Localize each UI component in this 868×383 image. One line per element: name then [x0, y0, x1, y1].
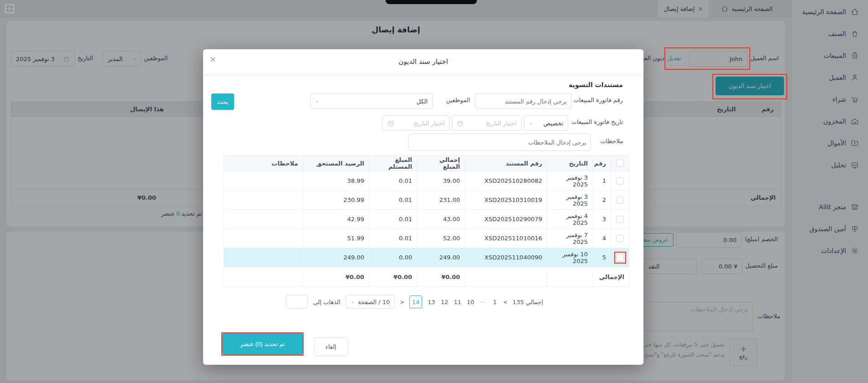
cell-num: 1: [593, 171, 611, 191]
confirm-selected-button[interactable]: تم تحديد (0) عنصر: [222, 333, 303, 355]
date-mode-value: تخصيص: [544, 120, 563, 127]
cell-doc: XSD202510310019: [465, 191, 547, 210]
table-row: 13 نوفمبر 2025XSD20251028008239.000.0138…: [224, 171, 629, 191]
annotation-box-customer: [664, 47, 750, 70]
cell-balance: 230.99: [303, 191, 369, 210]
cell-notes: [224, 171, 303, 191]
date-mode-select[interactable]: تخصيص ∨: [524, 115, 568, 131]
cell-date: 3 نوفمبر 2025: [547, 171, 593, 191]
cell-total: 249.00: [417, 248, 465, 267]
invoice-number-label: رقم فاتورة المبيعات: [574, 97, 623, 104]
page-number[interactable]: 10: [467, 299, 475, 305]
cell-date: 7 نوفمبر 2025: [547, 229, 593, 248]
row-checkbox[interactable]: [617, 197, 624, 204]
cell-balance: 42.99: [303, 210, 369, 229]
date-placeholder: اختيار التاريخ: [413, 120, 444, 127]
pagination: إجمالي 135 > 1⋯1011121314 < 10 / الصفحة …: [224, 295, 543, 309]
pagination-total: إجمالي 135: [512, 299, 543, 305]
table-row: 34 نوفمبر 2025XSD20251029007943.000.0142…: [224, 210, 629, 229]
page-number[interactable]: 11: [454, 299, 461, 305]
cell-total: 43.00: [417, 210, 465, 229]
page-number[interactable]: 12: [441, 299, 449, 305]
calendar-icon: [387, 120, 394, 127]
row-checkbox[interactable]: [617, 254, 624, 261]
row-checkbox[interactable]: [617, 235, 624, 242]
cell-doc: XSD202511010016: [465, 229, 547, 248]
select-debt-voucher-modal: اختيار سند الديون × مستندات التسوية رقم …: [203, 49, 643, 365]
cell-doc: XSD202511040090: [465, 248, 547, 267]
cell-total: 52.00: [417, 229, 465, 248]
invoice-number-field[interactable]: [480, 98, 567, 105]
employees-filter-value: الكل: [416, 98, 428, 105]
prev-page-icon[interactable]: <: [400, 299, 404, 305]
search-button[interactable]: بحث: [211, 93, 234, 110]
cell-balance: 249.00: [303, 248, 369, 267]
totals-balance: ¥0.00: [303, 267, 369, 287]
chevron-down-icon: ∨: [529, 121, 532, 125]
table-row: 510 نوفمبر 2025XSD202511040090249.000.00…: [224, 248, 629, 267]
cell-num: 4: [593, 229, 611, 248]
totals-total: ¥0.00: [417, 267, 465, 287]
cell-date: 4 نوفمبر 2025: [547, 210, 593, 229]
cell-num: 5: [593, 248, 611, 267]
modal-notes-field[interactable]: [413, 139, 586, 146]
modal-employees-select[interactable]: الكل ∨: [310, 93, 433, 109]
table-row: 47 نوفمبر 2025XSD20251101001652.000.0151…: [224, 229, 629, 248]
row-checkbox[interactable]: [617, 216, 624, 223]
cancel-button[interactable]: إلغاء: [314, 337, 348, 356]
cell-num: 3: [593, 210, 611, 229]
table-column-header: رقم: [593, 155, 611, 171]
table-column-header: التاريخ: [547, 155, 593, 171]
settlement-doc-section-title: مستندات التسوية: [569, 81, 623, 88]
cell-notes: [224, 248, 303, 267]
cell-total: 39.00: [417, 171, 465, 191]
close-icon[interactable]: ×: [209, 55, 216, 63]
annotation-box-select-debt: [712, 74, 787, 99]
modal-title: اختيار سند الديون: [203, 57, 643, 66]
cell-balance: 38.99: [303, 171, 369, 191]
page-ellipsis: ⋯: [480, 299, 486, 305]
page-number[interactable]: 1: [492, 299, 498, 305]
date-from-picker[interactable]: اختيار التاريخ: [452, 115, 522, 131]
cell-notes: [224, 191, 303, 210]
cell-date: 3 نوفمبر 2025: [547, 191, 593, 210]
cell-received: 0.01: [369, 210, 417, 229]
table-column-header: الرصيد المستحق: [303, 155, 369, 171]
invoice-number-input[interactable]: [475, 93, 572, 109]
modal-notes-label: ملاحظات: [600, 138, 623, 145]
pagination-pages: 1⋯1011121314: [409, 295, 498, 308]
cell-notes: [224, 210, 303, 229]
modal-header-divider: [203, 74, 643, 74]
cell-num: 2: [593, 191, 611, 210]
cell-doc: XSD202510290079: [465, 210, 547, 229]
page-size-select[interactable]: 10 / الصفحة ∨: [346, 295, 395, 309]
next-page-icon[interactable]: >: [503, 299, 507, 305]
modal-notes-input[interactable]: [408, 134, 591, 151]
annotation-box-confirm: تم تحديد (0) عنصر: [221, 332, 303, 356]
cell-received: 0.01: [369, 229, 417, 248]
modal-table: رقمالتاريخرقم المستندإجمالي المبلغالمبلغ…: [224, 155, 629, 287]
page-number[interactable]: 13: [428, 299, 435, 305]
table-totals-row: الإجمالي¥0.00¥0.00¥0.00: [224, 267, 629, 287]
date-to-picker[interactable]: اختيار التاريخ: [382, 115, 450, 131]
table-row: 23 نوفمبر 2025XSD202510310019231.000.012…: [224, 191, 629, 210]
totals-label: الإجمالي: [593, 267, 629, 287]
invoice-date-label: تاريخ فاتورة المبيعات: [571, 119, 623, 125]
debt-voucher-table: رقمالتاريخرقم المستندإجمالي المبلغالمبلغ…: [224, 155, 629, 287]
select-all-checkbox[interactable]: [617, 160, 624, 167]
page-number-active[interactable]: 14: [409, 295, 422, 308]
table-column-header: المبلغ المستلم: [369, 155, 417, 171]
modal-employees-label: الموظفين: [446, 97, 470, 104]
cell-notes: [224, 229, 303, 248]
cell-received: 0.00: [369, 248, 417, 267]
cell-date: 10 نوفمبر 2025: [547, 248, 593, 267]
cell-doc: XSD202510280082: [465, 171, 547, 191]
calendar-icon: [457, 120, 464, 127]
cell-received: 0.01: [369, 191, 417, 210]
row-checkbox[interactable]: [617, 177, 624, 185]
table-column-header: رقم المستند: [465, 155, 547, 171]
goto-page-input[interactable]: [286, 295, 308, 309]
totals-received: ¥0.00: [369, 267, 417, 287]
annotation-box-checkbox: [614, 252, 626, 264]
date-placeholder: اختيار التاريخ: [486, 120, 517, 127]
